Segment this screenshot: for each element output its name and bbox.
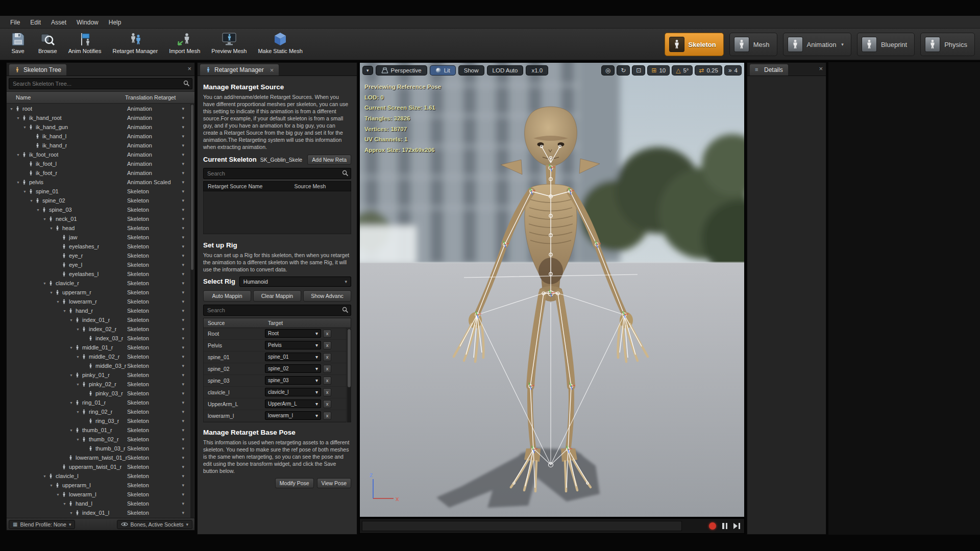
mapping-scrollbar[interactable] bbox=[347, 329, 351, 422]
expander-icon[interactable]: ▼ bbox=[15, 153, 21, 157]
tree-row[interactable]: upperarm_twist_01_r Skeleton ▾ bbox=[7, 462, 190, 471]
close-icon[interactable]: × bbox=[270, 67, 274, 73]
tree-row[interactable]: ik_hand_r Animation ▾ bbox=[7, 141, 190, 150]
expander-icon[interactable]: ▼ bbox=[68, 511, 74, 515]
mapping-target-dropdown[interactable]: spine_03 ▾ bbox=[265, 376, 321, 385]
rotate-view-button[interactable]: ↻ bbox=[617, 65, 630, 76]
lit-mode-button[interactable]: Lit bbox=[430, 65, 456, 76]
mapping-target-dropdown[interactable]: Pelvis ▾ bbox=[265, 341, 321, 349]
search-input[interactable] bbox=[9, 78, 192, 89]
translation-retarget-dropdown[interactable]: Animation ▾ bbox=[127, 161, 189, 167]
mode-mesh[interactable]: Mesh bbox=[729, 33, 777, 56]
add-retarget-source-button[interactable]: Add New Reta bbox=[307, 155, 351, 165]
expander-icon[interactable]: ▼ bbox=[42, 282, 47, 285]
translation-retarget-dropdown[interactable]: Skeleton ▾ bbox=[127, 207, 189, 213]
step-forward-button[interactable] bbox=[733, 523, 740, 529]
translation-retarget-dropdown[interactable]: Animation Scaled ▾ bbox=[127, 179, 189, 185]
close-icon[interactable]: × bbox=[187, 65, 191, 72]
translation-retarget-dropdown[interactable]: Skeleton ▾ bbox=[127, 335, 189, 341]
expander-icon[interactable]: ▼ bbox=[62, 309, 67, 313]
tab-skeleton-tree[interactable]: Skeleton Tree bbox=[9, 64, 67, 76]
expander-icon[interactable]: ▼ bbox=[68, 401, 74, 405]
mapping-target-dropdown[interactable]: spine_02 ▾ bbox=[265, 364, 321, 373]
translation-retarget-dropdown[interactable]: Skeleton ▾ bbox=[127, 436, 189, 442]
expander-icon[interactable]: ▼ bbox=[35, 208, 41, 212]
tree-row[interactable]: ▼ spine_02 Skeleton ▾ bbox=[7, 196, 190, 205]
tree-row[interactable]: ▼ middle_01_r Skeleton ▾ bbox=[7, 343, 190, 352]
mapping-row[interactable]: clavicle_l clavicle_l ▾ x bbox=[204, 387, 346, 398]
mapping-row[interactable]: Root Root ▾ x bbox=[204, 328, 346, 340]
auto-mapping-button[interactable]: Auto Mappin bbox=[203, 290, 251, 302]
expander-icon[interactable]: ▼ bbox=[68, 373, 74, 377]
tree-row[interactable]: eyelashes_l Skeleton ▾ bbox=[7, 269, 190, 279]
remove-mapping-button[interactable]: x bbox=[323, 330, 331, 338]
translation-retarget-dropdown[interactable]: Skeleton ▾ bbox=[127, 280, 189, 286]
expander-icon[interactable]: ▼ bbox=[75, 383, 81, 386]
tree-row[interactable]: ik_foot_l Animation ▾ bbox=[7, 159, 190, 168]
expander-icon[interactable]: ▼ bbox=[75, 328, 81, 331]
translation-retarget-dropdown[interactable]: Animation ▾ bbox=[127, 152, 189, 158]
tree-row[interactable]: ▼ index_01_l Skeleton ▾ bbox=[7, 508, 190, 517]
mode-animation[interactable]: Animation ▾ bbox=[783, 33, 851, 56]
translation-retarget-dropdown[interactable]: Animation ▾ bbox=[127, 133, 189, 139]
tree-row[interactable]: ik_foot_r Animation ▾ bbox=[7, 168, 190, 178]
translation-retarget-dropdown[interactable]: Skeleton ▾ bbox=[127, 381, 189, 387]
translation-retarget-dropdown[interactable]: Skeleton ▾ bbox=[127, 225, 189, 231]
scale-snap-button[interactable]: ⇄ 0.25 bbox=[695, 65, 722, 76]
translation-retarget-dropdown[interactable]: Animation ▾ bbox=[127, 142, 189, 148]
translation-retarget-dropdown[interactable]: Skeleton ▾ bbox=[127, 363, 189, 369]
tab-retarget-manager[interactable]: Retarget Manager × bbox=[200, 64, 279, 76]
tree-row[interactable]: jaw Skeleton ▾ bbox=[7, 233, 190, 242]
expander-icon[interactable]: ▼ bbox=[29, 199, 34, 203]
menu-window[interactable]: Window bbox=[71, 17, 104, 28]
search-input[interactable] bbox=[203, 168, 351, 179]
lod-auto-button[interactable]: LOD Auto bbox=[487, 65, 524, 76]
show-advanced-button[interactable]: Show Advanc bbox=[303, 290, 351, 302]
remove-mapping-button[interactable]: x bbox=[323, 365, 331, 373]
tree-row[interactable]: ▼ head Skeleton ▾ bbox=[7, 223, 190, 233]
translation-retarget-dropdown[interactable]: Skeleton ▾ bbox=[127, 298, 189, 305]
mapping-target-dropdown[interactable]: clavicle_l ▾ bbox=[265, 388, 321, 396]
mapping-row[interactable]: UpperArm_L UpperArm_L ▾ x bbox=[204, 398, 346, 410]
tree-scrollbar[interactable] bbox=[190, 104, 194, 518]
tree-row[interactable]: ▼ index_01_r Skeleton ▾ bbox=[7, 315, 190, 324]
record-button[interactable] bbox=[709, 522, 716, 530]
menu-asset[interactable]: Asset bbox=[46, 17, 71, 28]
translation-retarget-dropdown[interactable]: Skeleton ▾ bbox=[127, 326, 189, 332]
tree-row[interactable]: ▼ clavicle_r Skeleton ▾ bbox=[7, 279, 190, 288]
tree-row[interactable]: ▼ thumb_01_r Skeleton ▾ bbox=[7, 425, 190, 435]
make-static-mesh-button[interactable]: Make Static Mesh bbox=[253, 30, 307, 56]
translation-retarget-dropdown[interactable]: Skeleton ▾ bbox=[127, 253, 189, 259]
expander-icon[interactable]: ▼ bbox=[68, 429, 74, 432]
mapping-row[interactable]: lowerarm_l lowerarm_l ▾ x bbox=[204, 410, 346, 422]
tree-row[interactable]: ▼ index_02_r Skeleton ▾ bbox=[7, 324, 190, 334]
save-button[interactable]: Save bbox=[4, 30, 32, 56]
translation-retarget-dropdown[interactable]: Skeleton ▾ bbox=[127, 234, 189, 240]
expander-icon[interactable]: ▼ bbox=[22, 126, 28, 129]
expander-icon[interactable]: ▼ bbox=[55, 493, 61, 496]
translation-retarget-dropdown[interactable]: Skeleton ▾ bbox=[127, 243, 189, 249]
translation-retarget-dropdown[interactable]: Skeleton ▾ bbox=[127, 500, 189, 507]
translation-retarget-dropdown[interactable]: Skeleton ▾ bbox=[127, 464, 189, 470]
translation-retarget-dropdown[interactable]: Animation ▾ bbox=[127, 106, 189, 112]
expander-icon[interactable]: ▼ bbox=[75, 355, 81, 359]
tree-row[interactable]: ▼ hand_l Skeleton ▾ bbox=[7, 499, 190, 508]
translation-retarget-dropdown[interactable]: Animation ▾ bbox=[127, 115, 189, 121]
translation-retarget-dropdown[interactable]: Skeleton ▾ bbox=[127, 188, 189, 194]
translation-retarget-dropdown[interactable]: Skeleton ▾ bbox=[127, 317, 189, 323]
tree-row[interactable]: ▼ pelvis Animation Scaled ▾ bbox=[7, 178, 190, 187]
translation-retarget-dropdown[interactable]: Skeleton ▾ bbox=[127, 390, 189, 396]
tree-row[interactable]: eye_r Skeleton ▾ bbox=[7, 251, 190, 260]
tree-row[interactable]: ▼ lowerarm_l Skeleton ▾ bbox=[7, 490, 190, 499]
viewport-options-dropdown[interactable]: ▾ bbox=[362, 66, 373, 75]
mapping-row[interactable]: Pelvis Pelvis ▾ x bbox=[204, 340, 346, 352]
translation-retarget-dropdown[interactable]: Skeleton ▾ bbox=[127, 216, 189, 222]
camera-speed-button[interactable]: » 4 bbox=[724, 65, 742, 76]
translation-retarget-dropdown[interactable]: Skeleton ▾ bbox=[127, 491, 189, 497]
perspective-button[interactable]: Perspective bbox=[376, 65, 427, 76]
tree-row[interactable]: eyelashes_r Skeleton ▾ bbox=[7, 242, 190, 251]
menu-file[interactable]: File bbox=[5, 17, 25, 28]
expander-icon[interactable]: ▼ bbox=[42, 474, 47, 478]
translation-retarget-dropdown[interactable]: Skeleton ▾ bbox=[127, 482, 189, 488]
retarget-manager-button[interactable]: Retarget Manager bbox=[108, 30, 162, 56]
